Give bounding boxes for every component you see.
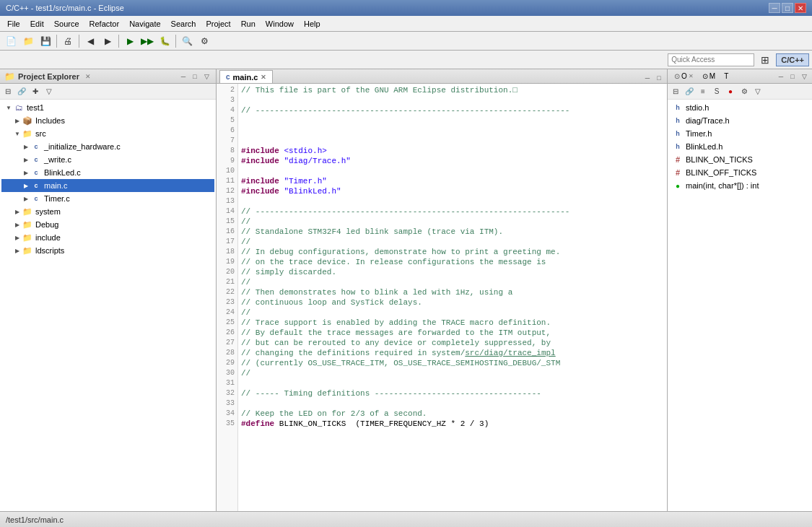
tab-outline-o[interactable]: ⊙ O ✕ <box>671 71 697 82</box>
outline-menu-btn[interactable]: ▽ <box>751 85 764 98</box>
outline-m-icon: ⊙ <box>702 72 708 80</box>
outline-item-main-func[interactable]: ● main(int, char*[]) : int <box>669 179 811 192</box>
debug-button[interactable]: 🐛 <box>157 33 173 49</box>
ln-10: 10 <box>217 166 237 176</box>
h-icon-timer: h <box>672 130 684 137</box>
save-button[interactable]: 💾 <box>38 33 53 49</box>
tree-node-ldscripts[interactable]: ▶ 📁 ldscripts <box>1 244 214 257</box>
menu-window[interactable]: Window <box>261 18 298 30</box>
menu-search[interactable]: Search <box>167 18 201 30</box>
hash-icon-off: # <box>672 168 684 177</box>
maximize-panel-button[interactable]: □ <box>190 71 200 82</box>
close-button[interactable]: ✕ <box>795 3 806 13</box>
title-text: C/C++ - test1/src/main.c - Eclipse <box>6 4 124 12</box>
tree-label-include: include <box>35 233 61 242</box>
outline-gear-btn[interactable]: ⚙ <box>738 85 751 98</box>
code-line-24: // <box>241 308 664 318</box>
code-line-8: #include <stdio.h> <box>241 146 664 156</box>
tree-node-blinkled[interactable]: ▶ c BlinkLed.c <box>1 166 214 179</box>
tree-node-include[interactable]: ▶ 📁 include <box>1 231 214 244</box>
menu-source[interactable]: Source <box>50 18 84 30</box>
outline-link-btn[interactable]: 🔗 <box>683 85 696 98</box>
minimize-outline-button[interactable]: ─ <box>776 71 786 82</box>
code-line-35: #define BLINK_ON_TICKS (TIMER_FREQUENCY_… <box>241 419 664 429</box>
search-toolbar-button[interactable]: 🔍 <box>179 33 195 49</box>
c-icon-main: c <box>30 180 42 191</box>
run-button[interactable]: ▶▶ <box>139 33 155 49</box>
tree-node-debug[interactable]: ▶ 📁 Debug <box>1 218 214 231</box>
collapse-all-button[interactable]: ⊟ <box>1 85 14 98</box>
c-icon-timer: c <box>30 193 42 204</box>
editor-tab-main[interactable]: c main.c ✕ <box>219 70 273 83</box>
ln-16: 16 <box>217 227 237 237</box>
quick-access-input[interactable] <box>668 53 754 66</box>
outline-hide-fields-btn[interactable]: ≡ <box>697 85 710 98</box>
tree-node-test1[interactable]: ▼ 🗂 test1 <box>1 101 214 114</box>
menu-file[interactable]: File <box>3 18 25 30</box>
new-button[interactable]: 📄 <box>3 33 19 49</box>
ln-7: 7 <box>217 136 237 146</box>
outline-item-blinkled[interactable]: h BlinkLed.h <box>669 140 811 153</box>
build-button[interactable]: ▶ <box>122 33 138 49</box>
tab-outline-t[interactable]: T <box>720 71 732 82</box>
tree-node-system[interactable]: ▶ 📁 system <box>1 205 214 218</box>
menu-project[interactable]: Project <box>201 18 235 30</box>
editor-content: 2 3 4 5 6 7 8 9 10 11 12 13 14 15 16 17 <box>217 84 667 511</box>
menu-refactor[interactable]: Refactor <box>85 18 124 30</box>
new-project-button[interactable]: ✚ <box>29 85 42 98</box>
print-button[interactable]: 🖨 <box>60 33 76 49</box>
open-button[interactable]: 📁 <box>20 33 36 49</box>
outline-collapse-btn[interactable]: ⊟ <box>669 85 682 98</box>
forward-button[interactable]: ▶ <box>100 33 115 49</box>
tree-node-init-hw[interactable]: ▶ c _initialize_hardware.c <box>1 140 214 153</box>
c-icon-blinkled: c <box>30 167 42 178</box>
tree-node-main[interactable]: ▶ c main.c <box>1 179 214 192</box>
minimize-button[interactable]: ─ <box>769 3 780 13</box>
menu-navigate[interactable]: Navigate <box>125 18 165 30</box>
outline-item-timer[interactable]: h Timer.h <box>669 127 811 140</box>
ln-13: 13 <box>217 196 237 206</box>
open-perspective-button[interactable]: ⊞ <box>757 52 773 68</box>
tree-label-system: system <box>35 207 61 216</box>
outline-item-blink-on[interactable]: # BLINK_ON_TICKS <box>669 153 811 166</box>
view-menu-button[interactable]: ▽ <box>201 71 211 82</box>
tree-node-includes[interactable]: ▶ 📦 Includes <box>1 114 214 127</box>
maximize-editor-button[interactable]: □ <box>654 73 664 83</box>
tree-view-menu-button[interactable]: ▽ <box>43 85 56 98</box>
tab-outline-m[interactable]: ⊙ M <box>699 71 719 82</box>
line-numbers: 2 3 4 5 6 7 8 9 10 11 12 13 14 15 16 17 <box>217 84 238 511</box>
outline-item-blink-off[interactable]: # BLINK_OFF_TICKS <box>669 166 811 179</box>
code-line-26: // By default the trace messages are for… <box>241 328 664 338</box>
minimize-panel-button[interactable]: ─ <box>178 71 188 82</box>
expander-timer: ▶ <box>22 194 30 203</box>
ln-28: 28 <box>217 348 237 358</box>
outline-item-stdio[interactable]: h stdio.h <box>669 101 811 114</box>
outline-label-blink-off: BLINK_OFF_TICKS <box>686 168 756 177</box>
link-editor-button[interactable]: 🔗 <box>15 85 28 98</box>
maximize-outline-button[interactable]: □ <box>787 71 798 82</box>
outline-item-trace[interactable]: h diag/Trace.h <box>669 114 811 127</box>
tree-label-init-hw: _initialize_hardware.c <box>44 142 121 151</box>
tree-node-src[interactable]: ▼ 📁 src <box>1 127 214 140</box>
back-button[interactable]: ◀ <box>82 33 98 49</box>
menu-help[interactable]: Help <box>300 18 325 30</box>
tab-close-icon[interactable]: ✕ <box>85 73 91 80</box>
tab-close-x[interactable]: ✕ <box>261 74 266 81</box>
outline-view-menu-button[interactable]: ▽ <box>799 71 809 82</box>
outline-label-blinkled: BlinkLed.h <box>686 142 722 151</box>
outline-red-dot-btn[interactable]: ● <box>724 85 737 98</box>
tab-close-o[interactable]: ✕ <box>689 73 694 79</box>
menu-edit[interactable]: Edit <box>26 18 48 30</box>
outline-hide-static-btn[interactable]: S <box>710 85 723 98</box>
tree-label-test1: test1 <box>27 103 44 112</box>
cpp-perspective-button[interactable]: C/C++ <box>776 53 809 66</box>
outline-o-icon: ⊙ <box>674 72 680 80</box>
minimize-editor-button[interactable]: ─ <box>642 73 652 83</box>
code-area[interactable]: // This file is part of the GNU ARM Ecli… <box>238 84 667 511</box>
tree-node-timer[interactable]: ▶ c Timer.c <box>1 192 214 205</box>
ln-33: 33 <box>217 398 237 409</box>
tree-node-write[interactable]: ▶ c _write.c <box>1 153 214 166</box>
menu-run[interactable]: Run <box>237 18 260 30</box>
settings-button[interactable]: ⚙ <box>196 33 212 49</box>
maximize-button[interactable]: □ <box>782 3 793 13</box>
